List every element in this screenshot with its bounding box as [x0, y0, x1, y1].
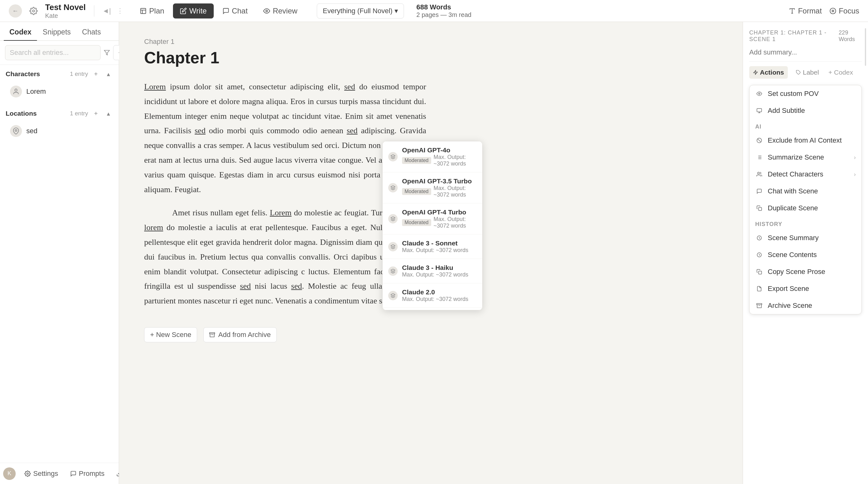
add-subtitle-item[interactable]: Add Subtitle [749, 102, 861, 119]
chat-with-scene-item[interactable]: Chat with Scene [749, 183, 861, 200]
svg-point-0 [33, 10, 35, 12]
app-settings-icon[interactable] [28, 5, 39, 17]
right-tab-actions[interactable]: Actions [749, 66, 788, 79]
back-button[interactable]: ← [9, 4, 22, 18]
tab-codex[interactable]: Codex [4, 24, 37, 41]
svg-marker-17 [754, 70, 757, 74]
scene-summary-icon [755, 234, 763, 242]
svg-rect-34 [757, 303, 762, 305]
svg-point-12 [15, 129, 17, 131]
model-info-gpt35: OpenAI GPT-3.5 Turbo Moderated Max. Outp… [402, 177, 476, 198]
model-claude3-haiku[interactable]: Claude 3 - Haiku Max. Output: ~3072 word… [382, 259, 482, 283]
model-gpt4turbo[interactable]: OpenAI GPT-4 Turbo Moderated Max. Output… [382, 204, 482, 235]
add-location-button[interactable]: + [91, 109, 101, 118]
prompts-nav-item[interactable]: Prompts [65, 466, 110, 481]
model-claude3-sonnet[interactable]: Claude 3 - Sonnet Max. Output: ~3072 wor… [382, 235, 482, 259]
locations-header: Locations 1 entry + ▴ [6, 109, 113, 118]
word-lorem-3: Lorem [270, 208, 291, 217]
model-info-gpt4turbo: OpenAI GPT-4 Turbo Moderated Max. Output… [402, 208, 476, 229]
set-custom-pov-item[interactable]: Set custom POV [749, 85, 861, 102]
word-lorem-1: Lorem [144, 82, 166, 91]
collapse-sidebar-button[interactable]: ◄| [102, 7, 111, 15]
model-gemini15flash[interactable]: Gemini 1.5 Flash Max. Output: ~2150 word… [382, 308, 482, 310]
ai-section-label: AI [749, 119, 861, 132]
export-scene-item[interactable]: Export Scene [749, 280, 861, 297]
model-gpt35turbo[interactable]: OpenAI GPT-3.5 Turbo Moderated Max. Outp… [382, 173, 482, 204]
tab-chats[interactable]: Chats [76, 24, 106, 41]
format-button[interactable]: Format [789, 7, 822, 16]
model-claude20[interactable]: Claude 2.0 Max. Output: ~3072 words [382, 283, 482, 308]
sidebar-bottom-nav: K Settings Prompts Export Saved [0, 463, 119, 484]
characters-header: Characters 1 entry + ▴ [6, 69, 113, 79]
user-avatar[interactable]: K [3, 467, 16, 480]
settings-nav-item[interactable]: Settings [20, 466, 63, 481]
archive-icon [755, 302, 763, 310]
nav-chat[interactable]: Chat [216, 3, 255, 19]
summarize-chevron: › [854, 154, 856, 161]
search-input[interactable] [5, 45, 101, 60]
new-scene-button[interactable]: + New Scene [144, 327, 197, 342]
svg-rect-20 [757, 109, 762, 112]
scene-summary-item[interactable]: Scene Summary [749, 230, 861, 246]
right-panel-header: CHAPTER 1: CHAPTER 1 - SCENE 1 229 Words [749, 29, 862, 42]
right-panel-scrollbar[interactable] [864, 22, 867, 484]
export-icon [755, 284, 763, 293]
tab-snippets[interactable]: Snippets [37, 24, 76, 41]
word-sed-4: sed [240, 281, 251, 291]
add-from-archive-button[interactable]: Add from Archive [204, 327, 277, 342]
sidebar-search-bar: + New Entry [0, 41, 119, 65]
detect-characters-item[interactable]: Detect Characters › [749, 166, 861, 183]
copy-scene-prose-item[interactable]: Copy Scene Prose [749, 263, 861, 280]
summarize-scene-item[interactable]: Summarize Scene › [749, 149, 861, 166]
right-panel: CHAPTER 1: CHAPTER 1 - SCENE 1 229 Words… [743, 22, 868, 484]
character-avatar-lorem [10, 86, 22, 97]
svg-rect-15 [210, 333, 215, 334]
scene-bottom-bar: + New Scene Add from Archive [144, 321, 718, 342]
chat-scene-icon [755, 187, 763, 195]
svg-point-29 [758, 172, 760, 174]
svg-line-22 [758, 139, 761, 142]
filter-icon[interactable] [104, 47, 110, 58]
archive-scene-item[interactable]: Archive Scene [749, 297, 861, 314]
add-character-button[interactable]: + [91, 69, 101, 79]
nav-review[interactable]: Review [256, 3, 304, 19]
word-stats: 688 Words 2 pages — 3m read [416, 3, 472, 19]
exclude-icon [755, 137, 763, 145]
word-sed-2: sed [195, 126, 206, 135]
sidebar-tabs: Codex Snippets Chats [0, 22, 119, 41]
right-tab-label[interactable]: Label [792, 66, 823, 79]
exclude-ai-item[interactable]: Exclude from AI Context [749, 132, 861, 149]
model-info-gpt4o: OpenAI GPT-4o Moderated Max. Output: ~30… [402, 146, 476, 167]
word-lorem-4: lorem [144, 223, 163, 232]
summarize-icon [755, 153, 763, 161]
collapse-locations-button[interactable]: ▴ [104, 109, 113, 118]
model-gpt4o[interactable]: OpenAI GPT-4o Moderated Max. Output: ~30… [382, 141, 482, 173]
locations-section: Locations 1 entry + ▴ sed [0, 104, 119, 144]
duplicate-scene-item[interactable]: Duplicate Scene [749, 200, 861, 217]
collapse-characters-button[interactable]: ▴ [104, 69, 113, 79]
scene-contents-item[interactable]: Scene Contents [749, 246, 861, 263]
right-panel-tabs: Actions Label + Codex [749, 66, 862, 79]
word-sed-1: sed [344, 82, 355, 91]
view-select[interactable]: Everything (Full Novel) ▾ [317, 3, 404, 19]
character-item-lorem[interactable]: Lorem [6, 82, 113, 101]
model-icon-claude3-sonnet [388, 242, 398, 251]
nav-write[interactable]: Write [173, 3, 214, 19]
model-icon-claude20 [388, 291, 398, 300]
chapter-title: Chapter 1 [144, 48, 718, 67]
copy-icon [755, 268, 763, 276]
scene-summary-input[interactable] [749, 46, 862, 62]
sidebar: Codex Snippets Chats + New Entry [0, 22, 119, 484]
characters-section: Characters 1 entry + ▴ Lorem [0, 65, 119, 104]
topbar: ← Test Novel Kate ◄| ⋮ Plan Write Chat R… [0, 0, 868, 22]
svg-point-13 [27, 473, 29, 474]
focus-button[interactable]: Focus [830, 7, 859, 16]
scrollbar-thumb[interactable] [865, 28, 866, 66]
nav-plan[interactable]: Plan [133, 3, 171, 19]
topbar-right: Format Focus [789, 7, 859, 16]
scene-contents-icon [755, 251, 763, 259]
svg-point-8 [832, 10, 834, 12]
location-item-sed[interactable]: sed [6, 121, 113, 141]
right-tab-codex-add[interactable]: + Codex [828, 69, 853, 76]
svg-rect-1 [141, 8, 146, 13]
